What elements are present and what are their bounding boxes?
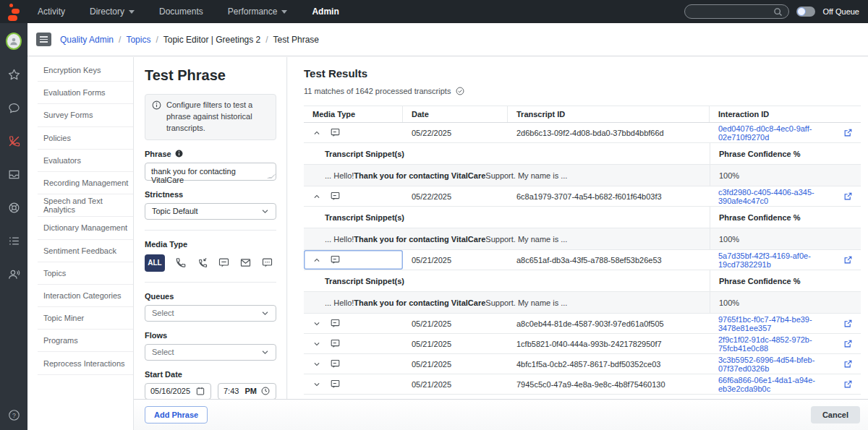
row-date: 05/21/2025 [403, 360, 508, 369]
col-header-interaction-id: Interaction ID [710, 106, 861, 122]
external-link-icon[interactable] [843, 192, 853, 201]
phone-disconnected-icon[interactable] [6, 133, 22, 149]
phrase-input[interactable]: thank you for contacting VitalCare [145, 163, 276, 181]
interaction-link[interactable]: 5a7d35bf-42f3-4169-af0e-19cd7382291b [718, 251, 843, 269]
external-link-icon[interactable] [843, 359, 853, 369]
sidebar-item[interactable]: Evaluation Forms [38, 82, 133, 104]
row-media-cell[interactable] [304, 250, 403, 270]
email-icon[interactable] [239, 257, 252, 270]
add-phrase-button[interactable]: Add Phrase [145, 406, 208, 423]
row-media-cell[interactable] [304, 123, 403, 142]
external-link-icon[interactable] [843, 255, 853, 265]
sidebar-item[interactable]: Survey Forms [38, 104, 133, 126]
info-filled-icon[interactable] [175, 150, 183, 158]
expand-chevron-icon[interactable] [313, 320, 320, 327]
external-link-icon[interactable] [843, 319, 853, 328]
sidebar-item[interactable]: Dictionary Management [38, 217, 133, 239]
media-all-button[interactable]: ALL [145, 254, 165, 272]
row-media-cell[interactable] [304, 354, 403, 374]
interaction-link[interactable]: 2f9c1f02-91dc-4852-972b-75fcb41e0c88 [718, 335, 843, 353]
collapse-chevron-icon[interactable] [313, 257, 320, 264]
external-link-icon[interactable] [843, 128, 853, 137]
strictness-select[interactable]: Topic Default [145, 203, 276, 220]
voice-call-icon[interactable] [174, 257, 187, 270]
table-row: 05/22/2025 2d6b6c13-09f2-4d08-bda0-37bbd… [304, 123, 861, 143]
snippet-col-header: Transcript Snippet(s) [304, 143, 710, 164]
snippet-row: ... Hello! Thank you for contacting Vita… [304, 165, 861, 186]
toggle-knob-icon [797, 7, 806, 16]
breadcrumb-quality-admin[interactable]: Quality Admin [60, 35, 114, 45]
calendar-icon[interactable] [195, 386, 205, 396]
inbox-icon[interactable] [6, 166, 22, 182]
flows-select[interactable]: Select [145, 344, 276, 361]
time-input[interactable]: 7:43 PM [218, 383, 276, 400]
queue-status-toggle[interactable] [796, 7, 815, 17]
interaction-link[interactable]: 66f6a866-06e1-4da1-a94e-eb3e2cda9b0c [718, 376, 843, 393]
favorites-icon[interactable] [6, 66, 22, 82]
meridiem-toggle[interactable]: PM [245, 387, 258, 395]
interaction-link[interactable]: 9765f1bc-f0c7-47b4-be39-3478e81ee357 [718, 315, 843, 332]
sidebar-item[interactable]: Speech and Text Analytics [38, 194, 133, 217]
expand-chevron-icon[interactable] [313, 381, 320, 388]
sidebar-item[interactable]: Topic Miner [38, 307, 133, 330]
sidebar-item[interactable]: Evaluators [38, 150, 133, 172]
nav-item-activity[interactable]: Activity [38, 7, 65, 17]
breadcrumb-topics[interactable]: Topics [126, 35, 150, 45]
agent-interactions-icon[interactable] [6, 266, 22, 282]
expand-chevron-icon[interactable] [313, 361, 320, 368]
external-link-icon[interactable] [843, 339, 853, 348]
nav-item-admin[interactable]: Admin [312, 7, 339, 17]
snippet-row: ... Hello! Thank you for contacting Vita… [304, 228, 861, 250]
support-ring-icon[interactable] [6, 199, 22, 215]
interaction-link[interactable]: 3c3b5952-6996-4d54-bfeb-07f37ed0326b [718, 356, 843, 373]
date-input[interactable]: 05/16/2025 [145, 383, 211, 400]
clock-icon[interactable] [260, 386, 271, 396]
col-header-media-type: Media Type [304, 106, 403, 122]
table-row: 05/21/2025 1cfb5821-0f40-444a-993b-24217… [304, 334, 861, 354]
chat-message-icon[interactable] [217, 257, 230, 270]
list-icon[interactable] [6, 233, 22, 249]
collapse-chevron-icon[interactable] [313, 193, 320, 200]
queues-select[interactable]: Select [145, 305, 276, 322]
cancel-button[interactable]: Cancel [811, 406, 860, 423]
nav-item-directory[interactable]: Directory [90, 7, 135, 17]
interaction-link[interactable]: 0ed04076-d0c8-4ec0-9aff-02e710f9270d [718, 124, 843, 142]
nav-item-performance[interactable]: Performance [228, 7, 288, 17]
sidebar-item[interactable]: Sentiment Feedback [38, 240, 133, 262]
chat-icon[interactable] [6, 100, 22, 116]
row-date: 05/22/2025 [403, 129, 508, 137]
user-status-avatar[interactable] [6, 33, 22, 49]
search-input[interactable] [691, 7, 773, 16]
help-icon[interactable]: ? [6, 407, 22, 423]
table-row: 05/21/2025 7945c5c0-47a9-4e8a-9e8c-4b8f7… [304, 374, 861, 395]
top-nav-items: Activity Directory Documents Performance… [38, 7, 339, 17]
sidebar-item[interactable]: Reprocess Interactions [38, 352, 133, 374]
sidebar-item[interactable]: Interaction Categories [38, 285, 133, 307]
row-transcript-id: 6c8a1979-3707-4a54-b682-f601f64b03f3 [508, 192, 710, 201]
menu-toggle-button[interactable] [36, 33, 51, 46]
collapse-chevron-icon[interactable] [313, 129, 320, 137]
sidebar-item[interactable]: Programs [38, 330, 133, 352]
snippet-text: ... Hello! Thank you for contacting Vita… [304, 292, 710, 313]
sms-message-icon[interactable] [260, 257, 273, 270]
genesys-logo [0, 0, 29, 23]
snippet-prefix: ... Hello! [325, 235, 354, 244]
sidebar-item-label: Programs [43, 336, 78, 345]
row-media-cell[interactable] [304, 314, 403, 333]
sidebar-item[interactable]: Topics [38, 262, 133, 285]
interaction-link[interactable]: c3fd2980-c405-4406-a345-390afe4c47c0 [718, 188, 843, 205]
resize-grip-icon[interactable] [267, 173, 277, 179]
nav-item-documents[interactable]: Documents [159, 7, 203, 17]
table-row: 05/21/2025 a8c651af-db3a-43f5-a788-58ef5… [304, 250, 861, 270]
message-media-icon [330, 318, 341, 329]
sidebar-item[interactable]: Policies [38, 127, 133, 150]
row-media-cell[interactable] [304, 186, 403, 206]
sidebar-item[interactable]: Recording Management [38, 172, 133, 194]
row-media-cell[interactable] [304, 334, 403, 353]
sidebar-item[interactable]: Encryption Keys [38, 59, 133, 82]
message-media-icon [330, 338, 341, 349]
callback-icon[interactable] [195, 257, 208, 270]
expand-chevron-icon[interactable] [313, 340, 320, 348]
external-link-icon[interactable] [843, 379, 853, 389]
row-media-cell[interactable] [304, 374, 403, 394]
